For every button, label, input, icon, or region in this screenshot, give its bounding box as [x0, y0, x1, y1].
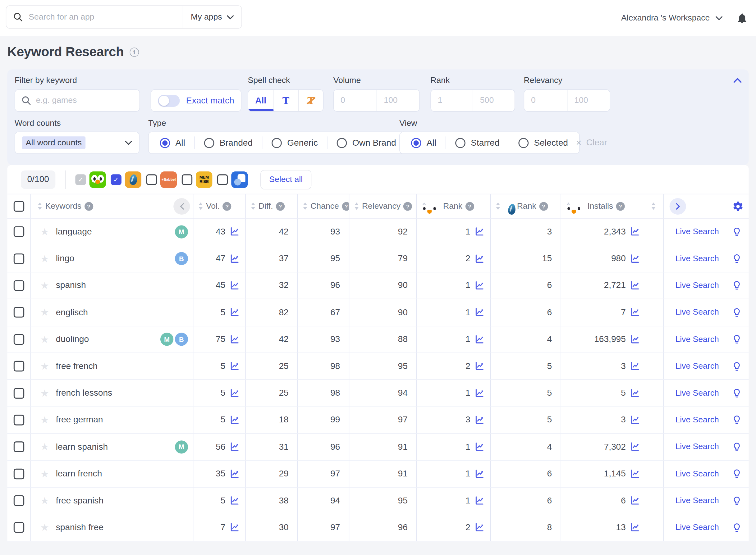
live-search-link[interactable]: Live Search: [675, 469, 719, 479]
relevancy-min-input[interactable]: [524, 90, 567, 111]
view-starred-radio[interactable]: Starred: [446, 132, 509, 154]
rank-min-input[interactable]: [431, 90, 473, 111]
chart-trend-icon[interactable]: [475, 227, 484, 237]
help-icon[interactable]: ?: [403, 202, 412, 211]
live-search-link[interactable]: Live Search: [675, 307, 719, 317]
row-checkbox[interactable]: [13, 361, 24, 372]
live-search-link[interactable]: Live Search: [675, 281, 719, 290]
live-search-link[interactable]: Live Search: [675, 415, 719, 425]
star-icon[interactable]: ★: [40, 441, 49, 453]
spell-check-misspelled-tab[interactable]: T: [298, 90, 323, 111]
chart-trend-icon[interactable]: [630, 361, 640, 371]
chart-trend-icon[interactable]: [475, 388, 484, 398]
relevancy-max-input[interactable]: [567, 90, 610, 111]
live-search-link[interactable]: Live Search: [675, 254, 719, 263]
rosetta-stone-icon[interactable]: [125, 171, 142, 187]
spell-check-all-tab[interactable]: All: [248, 90, 273, 111]
type-branded-radio[interactable]: Branded: [195, 132, 262, 154]
chart-trend-icon[interactable]: [230, 254, 240, 263]
rank-max-input[interactable]: [473, 90, 514, 111]
chart-trend-icon[interactable]: [475, 442, 484, 452]
exact-match-toggle[interactable]: [158, 94, 180, 106]
sort-icon[interactable]: [198, 203, 203, 210]
volume-min-input[interactable]: [334, 90, 376, 111]
info-icon[interactable]: i: [129, 47, 139, 57]
duolingo-owl-icon[interactable]: [89, 171, 106, 187]
chart-trend-icon[interactable]: [475, 254, 484, 263]
chart-trend-icon[interactable]: [630, 496, 640, 506]
type-own-brand-radio[interactable]: Own Brand: [327, 132, 405, 154]
live-search-link[interactable]: Live Search: [675, 388, 719, 398]
star-icon[interactable]: ★: [40, 414, 49, 426]
help-icon[interactable]: ?: [465, 202, 474, 211]
type-generic-radio[interactable]: Generic: [262, 132, 327, 154]
row-checkbox[interactable]: [13, 496, 24, 506]
sort-icon[interactable]: [495, 203, 501, 210]
star-icon[interactable]: ★: [40, 495, 49, 507]
row-checkbox[interactable]: [13, 334, 24, 344]
babbel-icon[interactable]: +Babbel: [160, 171, 177, 187]
app-group-memrise[interactable]: MEMRISE: [182, 171, 212, 187]
chart-trend-icon[interactable]: [230, 361, 240, 371]
volume-max-input[interactable]: [376, 90, 420, 111]
star-icon[interactable]: ★: [40, 226, 49, 238]
lightbulb-icon[interactable]: [731, 522, 742, 532]
chart-trend-icon[interactable]: [475, 469, 484, 479]
chart-trend-icon[interactable]: [630, 307, 640, 317]
lightbulb-icon[interactable]: [731, 253, 742, 264]
notifications-bell-icon[interactable]: [736, 12, 748, 24]
chart-trend-icon[interactable]: [475, 415, 484, 425]
gear-icon[interactable]: [732, 200, 744, 212]
app-group-duolingo[interactable]: [75, 171, 106, 187]
row-checkbox[interactable]: [13, 415, 24, 425]
spell-check-correct-tab[interactable]: T: [273, 90, 298, 111]
row-checkbox[interactable]: [13, 388, 24, 398]
app-group-busuu[interactable]: [217, 171, 248, 187]
collapse-panel-chevron-up-icon[interactable]: [733, 77, 742, 83]
row-checkbox[interactable]: [13, 253, 24, 264]
lightbulb-icon[interactable]: [731, 496, 742, 506]
word-counts-dropdown[interactable]: All word counts: [14, 132, 140, 154]
clear-filters-button[interactable]: ✕Clear: [576, 137, 607, 147]
lightbulb-icon[interactable]: [731, 281, 742, 291]
memrise-checkbox[interactable]: [182, 174, 192, 185]
chart-trend-icon[interactable]: [475, 335, 484, 344]
workspace-dropdown[interactable]: Alexandra 's Workspace: [621, 13, 722, 23]
chart-trend-icon[interactable]: [230, 469, 240, 479]
star-icon[interactable]: ★: [40, 306, 49, 318]
select-all-rows-checkbox[interactable]: [13, 201, 24, 212]
live-search-link[interactable]: Live Search: [675, 227, 719, 237]
live-search-link[interactable]: Live Search: [675, 523, 719, 532]
chart-trend-icon[interactable]: [230, 388, 240, 398]
chart-trend-icon[interactable]: [475, 281, 484, 290]
chart-trend-icon[interactable]: [230, 227, 240, 237]
help-icon[interactable]: ?: [616, 202, 625, 211]
star-icon[interactable]: ★: [40, 280, 49, 292]
chart-trend-icon[interactable]: [630, 415, 640, 425]
chart-trend-icon[interactable]: [230, 442, 240, 452]
chart-trend-icon[interactable]: [230, 496, 240, 506]
rosetta-stone-checkbox[interactable]: [111, 174, 121, 185]
row-checkbox[interactable]: [13, 442, 24, 452]
star-icon[interactable]: ★: [40, 468, 49, 480]
chart-trend-icon[interactable]: [230, 281, 240, 290]
type-all-radio[interactable]: All: [151, 132, 195, 154]
chart-trend-icon[interactable]: [630, 281, 640, 290]
collapse-column-button[interactable]: [173, 198, 190, 214]
babbel-checkbox[interactable]: [146, 174, 157, 185]
help-icon[interactable]: ?: [342, 202, 349, 211]
app-search-input[interactable]: [29, 12, 183, 22]
star-icon[interactable]: ★: [40, 360, 49, 372]
chart-trend-icon[interactable]: [475, 307, 484, 317]
row-checkbox[interactable]: [13, 522, 24, 533]
lightbulb-icon[interactable]: [731, 388, 742, 398]
sort-icon[interactable]: [354, 203, 359, 210]
help-icon[interactable]: ?: [276, 202, 285, 211]
lightbulb-icon[interactable]: [731, 469, 742, 479]
live-search-link[interactable]: Live Search: [675, 361, 719, 371]
lightbulb-icon[interactable]: [731, 307, 742, 318]
my-apps-dropdown[interactable]: My apps: [183, 6, 242, 28]
sort-icon[interactable]: [251, 203, 256, 210]
view-all-radio[interactable]: All: [402, 132, 446, 154]
chart-trend-icon[interactable]: [630, 254, 640, 263]
